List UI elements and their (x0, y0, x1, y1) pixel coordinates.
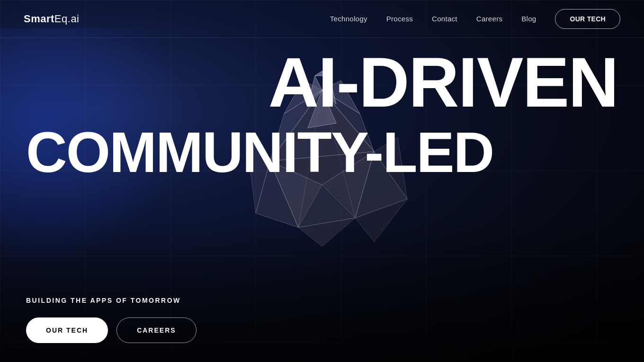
nav-link-process[interactable]: Process (386, 15, 413, 23)
logo-light: Eq.ai (54, 13, 80, 25)
nav-link-careers[interactable]: Careers (476, 15, 502, 23)
navbar: SmartEq.ai Technology Process Contact Ca… (0, 0, 644, 38)
polygon-shape (227, 66, 417, 265)
hero-subtitle: BUILDING THE APPS OF TOMORROW (26, 297, 197, 304)
our-tech-button[interactable]: OUR TECH (26, 317, 108, 343)
nav-links: Technology Process Contact Careers Blog … (330, 15, 620, 23)
nav-item-process[interactable]: Process (386, 15, 413, 23)
polygon-container (204, 47, 440, 284)
nav-link-blog[interactable]: Blog (521, 15, 536, 23)
logo-bold: Smart (24, 13, 54, 25)
page-wrapper: SmartEq.ai Technology Process Contact Ca… (0, 0, 644, 362)
nav-item-blog[interactable]: Blog (521, 15, 536, 23)
hero-buttons: OUR TECH CAREERS (26, 317, 197, 343)
logo[interactable]: SmartEq.ai (24, 13, 80, 25)
nav-item-contact[interactable]: Contact (432, 15, 457, 23)
hero-bottom: BUILDING THE APPS OF TOMORROW OUR TECH C… (26, 297, 197, 343)
nav-cta-item[interactable]: OUR TECH (555, 15, 620, 23)
nav-cta-button[interactable]: OUR TECH (555, 9, 620, 29)
nav-item-technology[interactable]: Technology (330, 15, 367, 23)
nav-link-contact[interactable]: Contact (432, 15, 457, 23)
svg-marker-20 (315, 71, 329, 76)
nav-link-technology[interactable]: Technology (330, 15, 367, 23)
nav-item-careers[interactable]: Careers (476, 15, 502, 23)
careers-button[interactable]: CAREERS (116, 317, 196, 343)
